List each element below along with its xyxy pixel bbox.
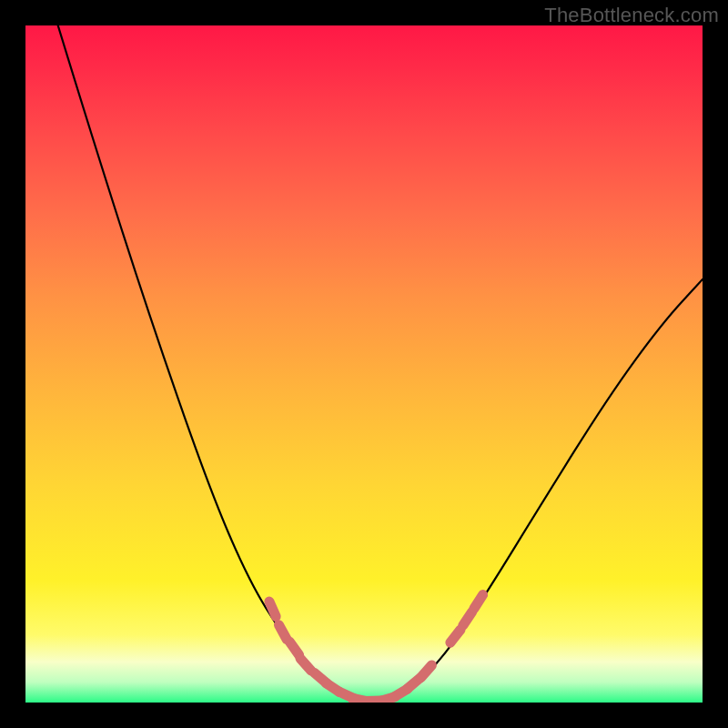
curve-marker [463,612,472,625]
chart-svg [25,25,703,703]
marker-group [269,595,483,702]
curve-marker [300,659,311,672]
watermark-text: TheBottleneck.com [544,4,719,27]
curve-marker [450,630,460,642]
curve-marker [278,625,287,640]
curve-marker [421,665,432,678]
chart-frame: TheBottleneck.com [0,0,728,728]
curve-marker [474,595,483,609]
curve-marker [269,602,276,617]
curve-marker [289,642,298,655]
plot-area [25,25,703,703]
bottleneck-curve [58,25,703,702]
